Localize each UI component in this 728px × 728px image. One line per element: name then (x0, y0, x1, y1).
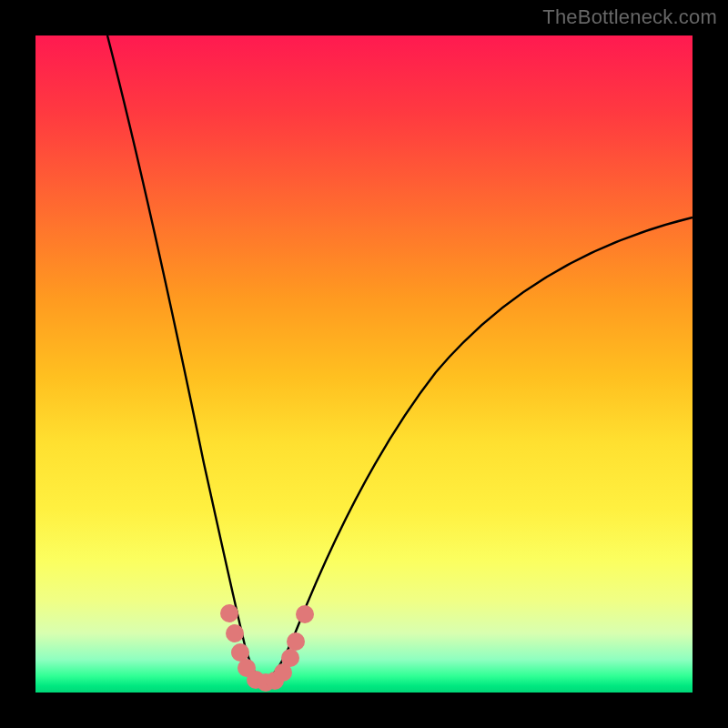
plot-area (35, 35, 693, 693)
curve-right-branch (263, 217, 693, 682)
curve-left-branch (107, 35, 263, 682)
watermark-text: TheBottleneck.com (542, 5, 717, 29)
marker-dot (220, 604, 238, 622)
marker-group (220, 604, 314, 692)
curve-layer (35, 35, 693, 693)
marker-dot (281, 649, 299, 667)
marker-dot (226, 624, 244, 642)
marker-dot (287, 632, 305, 651)
marker-dot (296, 605, 314, 623)
outer-frame: TheBottleneck.com (0, 0, 728, 728)
